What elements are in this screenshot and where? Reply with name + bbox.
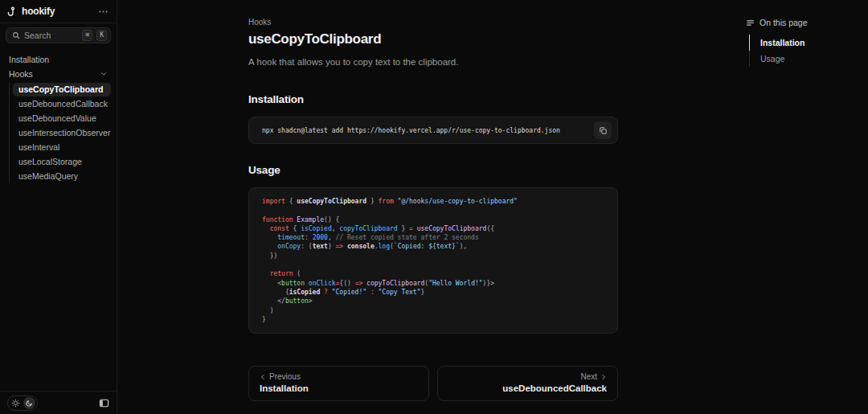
code-line: {isCopied ? "Copied!" : "Copy Text"} — [262, 288, 604, 297]
pager-previous-card[interactable]: Previous Installation — [248, 366, 429, 401]
code-line: import { useCopyToClipboard } from "@/ho… — [262, 197, 604, 206]
code-line: function Example() { — [262, 215, 604, 224]
toc-header: On this page — [746, 18, 868, 27]
usage-heading: Usage — [248, 164, 618, 176]
install-command-block: npx shadcn@latest add https://hookify.ve… — [248, 117, 618, 144]
article: Hooks useCopyToClipboard A hook that all… — [248, 0, 618, 414]
code-line: <button onClick={() => copyToClipboard("… — [262, 279, 604, 288]
main-area: Hooks useCopyToClipboard A hook that all… — [117, 0, 868, 414]
search-placeholder: Search — [24, 31, 78, 40]
code-line: return ( — [262, 269, 604, 278]
pager-next-title: useDebouncedCallback — [502, 383, 607, 393]
pager-next-label: Next — [580, 372, 607, 381]
copy-button[interactable] — [594, 121, 612, 139]
on-this-page: On this page InstallationUsage — [746, 0, 868, 414]
sidebar-collapse-icon[interactable] — [99, 398, 109, 408]
toc-icon — [746, 18, 755, 27]
sidebar-item-useCopyToClipboard[interactable]: useCopyToClipboard — [13, 83, 111, 96]
pager-previous-label: Previous — [260, 372, 418, 381]
pager: Previous Installation Next useDebouncedC… — [248, 366, 618, 401]
toc-item-usage[interactable]: Usage — [749, 51, 868, 67]
toc-list: InstallationUsage — [749, 35, 868, 67]
kbd-k: K — [96, 30, 107, 41]
sidebar-item-useMediaQuery[interactable]: useMediaQuery — [13, 170, 111, 183]
code-line — [262, 206, 604, 215]
chevron-down-icon — [100, 70, 108, 78]
page-title: useCopyToClipboard — [248, 31, 618, 47]
brand-title[interactable]: hookify — [22, 6, 55, 17]
theme-toggle[interactable] — [7, 396, 38, 411]
sidebar: hookify Search ⌘ K Installation Hooks — [0, 0, 117, 414]
sidebar-item-useDebouncedCallback[interactable]: useDebouncedCallback — [13, 97, 111, 111]
sidebar-nav: Installation Hooks useCopyToClipboarduse… — [0, 47, 117, 183]
search-input[interactable]: Search ⌘ K — [6, 27, 111, 43]
sidebar-header: hookify — [0, 0, 117, 23]
chevron-right-icon — [600, 374, 607, 380]
code-line: const { isCopied, copyToClipboard } = us… — [262, 224, 604, 233]
code-line: }) — [262, 252, 604, 260]
sun-icon[interactable] — [10, 397, 22, 409]
search-icon — [12, 31, 20, 39]
sidebar-item-useInterval[interactable]: useInterval — [13, 141, 111, 154]
more-menu-icon[interactable] — [98, 6, 108, 17]
installation-heading: Installation — [248, 93, 618, 105]
toc-item-installation[interactable]: Installation — [749, 35, 868, 51]
usage-code-block: import { useCopyToClipboard } from "@/ho… — [248, 187, 618, 334]
hookify-logo-icon[interactable] — [6, 6, 17, 17]
kbd-command: ⌘ — [82, 30, 92, 41]
sidebar-item-useLocalStorage[interactable]: useLocalStorage — [13, 155, 111, 169]
code-line: ) — [262, 306, 604, 315]
code-line: onCopy: (text) => console.log(`Copied: $… — [262, 242, 604, 251]
code-line: </button> — [262, 297, 604, 305]
moon-icon[interactable] — [23, 397, 35, 409]
install-command: npx shadcn@latest add https://hookify.ve… — [262, 127, 560, 134]
code-line — [262, 260, 604, 269]
sidebar-footer — [0, 391, 117, 414]
pager-previous-title: Installation — [260, 383, 418, 393]
sidebar-item-useDebouncedValue[interactable]: useDebouncedValue — [13, 112, 111, 125]
copy-icon — [599, 126, 608, 135]
sidebar-hooks-list: useCopyToClipboarduseDebouncedCallbackus… — [9, 83, 111, 183]
code-line: timeout: 2000, // Reset copied state aft… — [262, 233, 604, 242]
page-description: A hook that allows you to copy text to t… — [248, 57, 618, 67]
sidebar-item-installation[interactable]: Installation — [6, 52, 111, 67]
pager-next-card[interactable]: Next useDebouncedCallback — [437, 366, 618, 401]
sidebar-item-useIntersectionObserver[interactable]: useIntersectionObserver — [13, 126, 111, 140]
sidebar-group-hooks[interactable]: Hooks — [6, 67, 111, 81]
chevron-left-icon — [260, 374, 266, 380]
code-line: } — [262, 315, 604, 324]
app-root: hookify Search ⌘ K Installation Hooks — [0, 0, 868, 414]
breadcrumb[interactable]: Hooks — [248, 18, 618, 27]
